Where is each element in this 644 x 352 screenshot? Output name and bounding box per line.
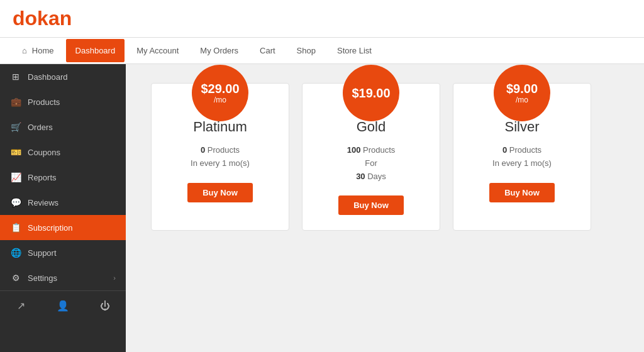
plan-badge-platinum: $29.00 /mo	[192, 65, 248, 121]
plan-desc-platinum: 0 ProductsIn every 1 mo(s)	[191, 144, 250, 170]
sidebar-power-btn[interactable]: ⏻	[84, 292, 126, 321]
sidebar-label-settings: Settings	[28, 273, 107, 283]
nav-item-store-list[interactable]: Store List	[328, 39, 381, 62]
sidebar-item-coupons[interactable]: 🎫 Coupons	[0, 140, 126, 165]
plan-card-platinum: $29.00 /mo Platinum 0 ProductsIn every 1…	[151, 83, 289, 231]
sidebar-label-dashboard: Dashboard	[28, 72, 116, 82]
settings-icon: ⚙	[10, 273, 21, 283]
sidebar-external-link-btn[interactable]: ↗	[0, 291, 42, 321]
subscription-icon: 📋	[10, 223, 21, 233]
layout: ⊞ Dashboard 💼 Products 🛒 Orders 🎫 Coupon…	[0, 64, 644, 352]
sidebar-item-orders[interactable]: 🛒 Orders	[0, 114, 126, 140]
plan-price-platinum: $29.00	[201, 82, 239, 96]
logo-text: okan	[25, 7, 72, 30]
buy-now-silver[interactable]: Buy Now	[489, 183, 555, 202]
reviews-icon: 💬	[10, 197, 21, 207]
sidebar-item-support[interactable]: 🌐 Support	[0, 240, 126, 265]
plan-desc-gold: 100 ProductsFor30 Days	[347, 144, 396, 183]
sidebar-bottom: ↗ 👤 ⏻	[0, 290, 126, 321]
nav-item-home[interactable]: Home	[13, 39, 64, 62]
nav-item-shop[interactable]: Shop	[287, 39, 325, 62]
buy-now-gold[interactable]: Buy Now	[338, 195, 404, 215]
sidebar-label-orders: Orders	[28, 123, 116, 132]
logo-accent: d	[13, 7, 25, 30]
sidebar-item-reviews[interactable]: 💬 Reviews	[0, 190, 126, 215]
plans-container: $29.00 /mo Platinum 0 ProductsIn every 1…	[151, 83, 619, 231]
sidebar-item-products[interactable]: 💼 Products	[0, 89, 126, 114]
sidebar-label-support: Support	[28, 248, 116, 258]
plan-period-platinum: /mo	[214, 96, 226, 104]
orders-icon: 🛒	[10, 122, 21, 132]
top-nav: Home Dashboard My Account My Orders Cart…	[0, 38, 644, 64]
logo: dokan	[13, 7, 72, 30]
plan-price-gold: $19.00	[352, 86, 390, 100]
sidebar-label-subscription: Subscription	[28, 223, 116, 233]
main-content: $29.00 /mo Platinum 0 ProductsIn every 1…	[126, 64, 644, 352]
sidebar: ⊞ Dashboard 💼 Products 🛒 Orders 🎫 Coupon…	[0, 64, 126, 352]
plan-price-silver: $9.00	[506, 82, 538, 96]
sidebar-item-subscription[interactable]: 📋 Subscription	[0, 215, 126, 240]
sidebar-label-reviews: Reviews	[28, 198, 116, 207]
sidebar-label-coupons: Coupons	[28, 148, 116, 157]
sidebar-item-reports[interactable]: 📈 Reports	[0, 165, 126, 190]
nav-item-dashboard[interactable]: Dashboard	[66, 39, 125, 62]
sidebar-item-settings[interactable]: ⚙ Settings ›	[0, 265, 126, 290]
sidebar-item-dashboard[interactable]: ⊞ Dashboard	[0, 64, 126, 89]
nav-item-my-orders[interactable]: My Orders	[191, 39, 248, 62]
header: dokan	[0, 0, 644, 38]
plan-period-silver: /mo	[516, 96, 528, 104]
user-icon: 👤	[57, 300, 69, 312]
reports-icon: 📈	[10, 172, 21, 182]
sidebar-label-products: Products	[28, 97, 116, 107]
plan-desc-silver: 0 ProductsIn every 1 mo(s)	[492, 144, 552, 170]
external-link-icon: ↗	[17, 300, 25, 312]
plan-badge-gold: $19.00	[343, 65, 399, 121]
power-icon: ⏻	[100, 300, 110, 312]
products-icon: 💼	[10, 97, 21, 107]
sidebar-user-btn[interactable]: 👤	[42, 291, 84, 321]
plan-card-silver: $9.00 /mo Silver 0 ProductsIn every 1 mo…	[453, 83, 591, 231]
dashboard-icon: ⊞	[10, 72, 21, 82]
nav-item-my-account[interactable]: My Account	[127, 39, 188, 62]
plan-badge-silver: $9.00 /mo	[494, 65, 550, 121]
plan-card-gold: $19.00 Gold 100 ProductsFor30 Days Buy N…	[302, 83, 440, 231]
support-icon: 🌐	[10, 248, 21, 258]
settings-arrow: ›	[113, 274, 116, 282]
sidebar-label-reports: Reports	[28, 173, 116, 182]
nav-item-cart[interactable]: Cart	[250, 39, 285, 62]
coupons-icon: 🎫	[10, 147, 21, 157]
buy-now-platinum[interactable]: Buy Now	[187, 183, 253, 202]
